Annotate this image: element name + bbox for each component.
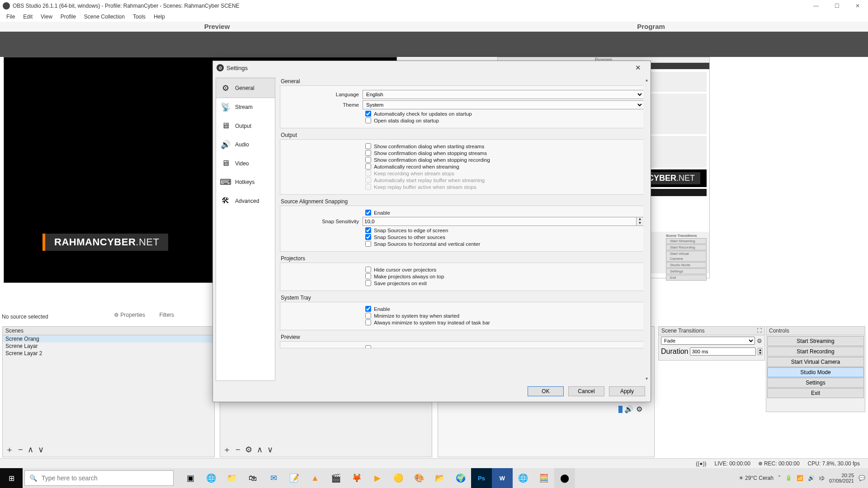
settings-scrollbar[interactable]: ▴ ▾ bbox=[643, 77, 650, 381]
snap-sensitivity-spinner[interactable]: ▲▼ bbox=[637, 217, 644, 226]
menu-view[interactable]: View bbox=[37, 13, 56, 21]
snapping-enable-checkbox[interactable] bbox=[365, 210, 371, 216]
start-button[interactable]: ⊞ bbox=[0, 468, 23, 488]
remove-source-button[interactable]: − bbox=[236, 445, 241, 455]
open-stats-checkbox[interactable] bbox=[365, 117, 371, 123]
ok-button[interactable]: OK bbox=[528, 386, 564, 396]
snap-center-checkbox[interactable] bbox=[365, 241, 371, 247]
paint-icon[interactable]: 🎨 bbox=[409, 468, 429, 488]
sidebar-item-general[interactable]: ⚙General bbox=[216, 78, 275, 98]
weather-widget[interactable]: ☀ 29°C Cerah bbox=[739, 475, 774, 481]
menu-tools[interactable]: Tools bbox=[129, 13, 149, 21]
notifications-icon[interactable]: 💬 bbox=[859, 475, 865, 481]
snap-other-checkbox[interactable] bbox=[365, 234, 371, 240]
tray-wifi-icon[interactable]: 📶 bbox=[797, 475, 803, 481]
menu-help[interactable]: Help bbox=[150, 13, 169, 21]
sidebar-item-stream[interactable]: 📡Stream bbox=[216, 98, 275, 117]
systray-enable-checkbox[interactable] bbox=[365, 306, 371, 312]
confirm-start-stream-checkbox[interactable] bbox=[365, 143, 371, 149]
scroll-down-icon[interactable]: ▾ bbox=[646, 376, 648, 381]
sidebar-item-video[interactable]: 🖥Video bbox=[216, 154, 275, 173]
store-icon[interactable]: 🛍 bbox=[242, 468, 263, 488]
duration-input[interactable] bbox=[690, 347, 756, 356]
projectors-top-checkbox[interactable] bbox=[365, 273, 371, 279]
remove-scene-button[interactable]: − bbox=[18, 445, 23, 455]
exit-button[interactable]: Exit bbox=[767, 388, 864, 398]
sidebar-item-audio[interactable]: 🔊Audio bbox=[216, 135, 275, 154]
studio-mode-button[interactable]: Studio Mode bbox=[767, 367, 864, 377]
dialog-titlebar[interactable]: Settings ✕ bbox=[213, 61, 651, 75]
tray-volume-icon[interactable]: 🔊 bbox=[808, 475, 815, 481]
tray-chevron-icon[interactable]: ˄ bbox=[778, 475, 781, 481]
sidebar-item-advanced[interactable]: 🛠Advanced bbox=[216, 192, 275, 210]
media-player-icon[interactable]: ▶ bbox=[367, 468, 388, 488]
obs-task-icon[interactable]: ⬤ bbox=[554, 468, 575, 488]
tray-lang-icon[interactable]: ゆ bbox=[819, 474, 825, 482]
confirm-stop-recording-checkbox[interactable] bbox=[365, 157, 371, 163]
photoshop-icon[interactable]: Ps bbox=[471, 468, 492, 488]
duration-spinner[interactable]: ▲▼ bbox=[758, 348, 762, 355]
source-settings-button[interactable]: ⚙ bbox=[245, 445, 252, 455]
minimize-button[interactable]: — bbox=[806, 0, 826, 12]
always-minimize-tray-checkbox[interactable] bbox=[365, 319, 371, 325]
menu-edit[interactable]: Edit bbox=[19, 13, 36, 21]
scene-up-button[interactable]: ∧ bbox=[28, 445, 33, 455]
sidebar-item-hotkeys[interactable]: ⌨Hotkeys bbox=[216, 173, 275, 192]
apply-button[interactable]: Apply bbox=[609, 386, 645, 396]
scroll-up-icon[interactable]: ▴ bbox=[646, 77, 648, 82]
scene-item[interactable]: Screne Layar bbox=[3, 343, 214, 350]
explorer-icon[interactable]: 📁 bbox=[222, 468, 242, 488]
source-down-button[interactable]: ∨ bbox=[267, 445, 273, 455]
mail-icon[interactable]: ✉ bbox=[263, 468, 284, 488]
sidebar-item-output[interactable]: 🖥Output bbox=[216, 117, 275, 135]
tray-battery-icon[interactable]: 🔋 bbox=[785, 475, 792, 481]
scene-item[interactable]: Screne Layar 2 bbox=[3, 350, 214, 357]
settings-button[interactable]: Settings bbox=[767, 378, 864, 388]
transition-settings-icon[interactable]: ⚙ bbox=[757, 338, 762, 344]
audio-settings-icon[interactable]: ⚙ bbox=[636, 405, 642, 413]
word-icon[interactable]: W bbox=[492, 468, 513, 488]
globe-icon[interactable]: 🌐 bbox=[513, 468, 533, 488]
add-scene-button[interactable]: ＋ bbox=[5, 444, 14, 455]
scene-item[interactable]: Screne Orang bbox=[3, 335, 214, 343]
filters-button[interactable]: Filters bbox=[159, 312, 180, 318]
snap-edge-checkbox[interactable] bbox=[365, 227, 371, 233]
maximize-button[interactable]: ☐ bbox=[826, 0, 847, 12]
scene-down-button[interactable]: ∨ bbox=[38, 445, 44, 455]
browser2-icon[interactable]: 🌍 bbox=[450, 468, 471, 488]
hide-cursor-checkbox[interactable] bbox=[365, 267, 371, 272]
video-editor-icon[interactable]: 🎬 bbox=[326, 468, 346, 488]
theme-select[interactable]: System bbox=[363, 100, 644, 109]
start-recording-button[interactable]: Start Recording bbox=[767, 347, 864, 357]
chrome-icon[interactable]: 🟡 bbox=[388, 468, 409, 488]
close-button[interactable]: ✕ bbox=[847, 0, 868, 12]
confirm-stop-stream-checkbox[interactable] bbox=[365, 150, 371, 156]
speaker-icon[interactable]: 🔊 bbox=[624, 405, 633, 413]
tray-clock[interactable]: 20:25 07/09/2021 bbox=[829, 473, 854, 483]
language-select[interactable]: English bbox=[363, 90, 644, 99]
properties-button[interactable]: ⚙ Properties bbox=[114, 312, 151, 318]
menu-profile[interactable]: Profile bbox=[57, 13, 80, 21]
start-virtual-camera-button[interactable]: Start Virtual Camera bbox=[767, 357, 864, 367]
transition-select[interactable]: Fade bbox=[661, 337, 755, 345]
transitions-expand-icon[interactable]: ⛶ bbox=[757, 328, 762, 334]
menu-file[interactable]: File bbox=[3, 13, 19, 21]
start-streaming-button[interactable]: Start Streaming bbox=[767, 336, 864, 346]
cancel-button[interactable]: Cancel bbox=[568, 386, 604, 396]
auto-update-checkbox[interactable] bbox=[365, 111, 371, 117]
edge-icon[interactable]: 🌐 bbox=[201, 468, 222, 488]
add-source-button[interactable]: ＋ bbox=[223, 444, 231, 455]
minimize-tray-checkbox[interactable] bbox=[365, 313, 371, 319]
calculator-icon[interactable]: 🧮 bbox=[533, 468, 554, 488]
snap-sensitivity-input[interactable] bbox=[363, 217, 637, 226]
source-up-button[interactable]: ∧ bbox=[257, 445, 263, 455]
taskbar-search[interactable]: 🔍 Type here to search bbox=[24, 470, 174, 486]
save-projectors-checkbox[interactable] bbox=[365, 280, 371, 286]
dialog-close-button[interactable]: ✕ bbox=[629, 64, 647, 72]
folder2-icon[interactable]: 📂 bbox=[429, 468, 450, 488]
vlc-icon[interactable]: ▲ bbox=[305, 468, 326, 488]
notes-icon[interactable]: 📝 bbox=[284, 468, 305, 488]
auto-record-checkbox[interactable] bbox=[365, 164, 371, 169]
preview-hidden-checkbox[interactable] bbox=[365, 345, 371, 348]
scenes-list[interactable]: Screne Orang Screne Layar Screne Layar 2 bbox=[3, 335, 214, 357]
